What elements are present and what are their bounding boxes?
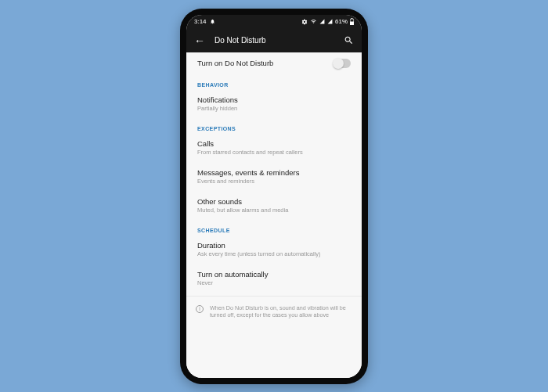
row-title: Messages, events & reminders: [197, 168, 351, 177]
row-subtitle: Never: [197, 279, 351, 286]
app-bar: ← Do Not Disturb: [186, 29, 362, 52]
signal-icon-2: [327, 19, 333, 24]
footer-text: When Do Not Disturb is on, sound and vib…: [210, 304, 352, 319]
section-header-schedule: SCHEDULE: [186, 220, 362, 235]
app-bar-title: Do Not Disturb: [215, 36, 334, 45]
dnd-toggle-switch[interactable]: [333, 59, 351, 68]
row-subtitle: From starred contacts and repeat callers: [197, 149, 351, 156]
row-duration[interactable]: Duration Ask every time (unless turned o…: [186, 235, 362, 264]
battery-pct: 61%: [335, 18, 348, 25]
toggle-dnd-row[interactable]: Turn on Do Not Disturb: [186, 52, 362, 74]
row-other-sounds[interactable]: Other sounds Muted, but allow alarms and…: [186, 191, 362, 220]
notification-icon: [210, 19, 215, 24]
status-bar: 3:14 61%: [186, 15, 362, 29]
row-title: Notifications: [197, 95, 351, 104]
section-header-behavior: BEHAVIOR: [186, 74, 362, 89]
wifi-icon: [310, 19, 317, 24]
row-title: Duration: [197, 241, 351, 250]
row-subtitle: Muted, but allow alarms and media: [197, 207, 351, 214]
row-title: Other sounds: [197, 197, 351, 206]
row-messages-events-reminders[interactable]: Messages, events & reminders Events and …: [186, 162, 362, 191]
footer-note: i When Do Not Disturb is on, sound and v…: [186, 296, 362, 330]
row-notifications[interactable]: Notifications Partially hidden: [186, 89, 362, 118]
row-turn-on-automatically[interactable]: Turn on automatically Never: [186, 264, 362, 293]
phone-frame: 3:14 61%: [180, 9, 368, 384]
settings-list: Turn on Do Not Disturb BEHAVIOR Notifica…: [186, 52, 362, 378]
status-time: 3:14: [194, 18, 207, 25]
screen: 3:14 61%: [186, 15, 362, 378]
row-subtitle: Events and reminders: [197, 178, 351, 185]
svg-rect-1: [352, 18, 353, 19]
settings-status-icon: [301, 19, 308, 25]
signal-icon: [319, 19, 325, 24]
row-title: Turn on automatically: [197, 270, 351, 279]
row-calls[interactable]: Calls From starred contacts and repeat c…: [186, 133, 362, 162]
svg-rect-2: [351, 20, 354, 22]
battery-icon: [350, 18, 354, 25]
row-title: Calls: [197, 139, 351, 148]
search-icon[interactable]: [344, 35, 354, 45]
row-subtitle: Partially hidden: [197, 105, 351, 112]
row-subtitle: Ask every time (unless turned on automat…: [197, 250, 351, 257]
info-icon: i: [196, 305, 204, 313]
toggle-dnd-label: Turn on Do Not Disturb: [197, 59, 333, 67]
section-header-exceptions: EXCEPTIONS: [186, 118, 362, 133]
back-arrow-icon[interactable]: ←: [194, 35, 205, 46]
